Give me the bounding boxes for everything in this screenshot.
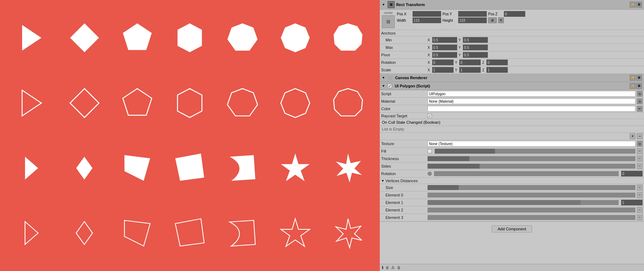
anchor-max-x-input[interactable] <box>432 45 457 50</box>
texture-label: Texture <box>381 142 428 146</box>
shape-cell <box>218 72 267 134</box>
height-label: Height <box>443 19 457 22</box>
ui-polygon-title: UI Polygon (Script) <box>395 84 430 88</box>
pivot-y-input[interactable] <box>463 52 488 58</box>
rotation-value-input[interactable] <box>621 171 643 177</box>
sides-slider[interactable] <box>428 164 635 169</box>
shape-cell <box>271 137 320 199</box>
svg-marker-15 <box>76 157 93 179</box>
ui-polygon-lock[interactable]: 🔒 <box>630 83 635 89</box>
list-add-btn[interactable]: + <box>630 133 635 139</box>
scale-x-label: X <box>428 68 430 72</box>
script-target-btn[interactable]: ◎ <box>637 91 643 97</box>
rect-transform-header: ▼ ⊞ Rect Transform 🔒 ⚙ <box>380 0 644 10</box>
shape-cell <box>113 72 162 134</box>
size-slider[interactable] <box>428 185 635 190</box>
anchor-max-y-input[interactable] <box>463 45 488 50</box>
element-0-minus[interactable]: − <box>637 192 643 198</box>
list-controls-row: + − <box>380 133 644 140</box>
element-1-input[interactable] <box>621 200 643 205</box>
fill-checkbox[interactable] <box>428 149 432 153</box>
svg-marker-4 <box>228 24 258 51</box>
ui-polygon-checkbox[interactable] <box>388 84 392 88</box>
canvas-renderer-lock[interactable]: 🔒 <box>630 75 635 81</box>
shape-cell <box>60 72 109 134</box>
canvas-renderer-gear[interactable]: ⚙ <box>636 75 642 81</box>
rot-z-input[interactable] <box>486 60 508 65</box>
color-eyedropper[interactable]: ✏ <box>637 106 643 112</box>
add-component-button[interactable]: Add Component <box>492 225 532 232</box>
ui-polygon-gear[interactable]: ⚙ <box>636 83 642 89</box>
shape-cell <box>323 72 373 134</box>
anchor-min-x-label: X <box>428 38 430 42</box>
material-target-btn[interactable]: ◎ <box>637 98 643 104</box>
anchor-graphic[interactable] <box>382 15 395 28</box>
element-3-slider[interactable] <box>428 215 635 220</box>
color-swatch[interactable] <box>428 106 635 112</box>
element-0-slider[interactable] <box>428 193 635 198</box>
shape-cell <box>60 203 109 264</box>
center-label: center <box>384 11 393 15</box>
pos-z-input[interactable] <box>504 11 525 17</box>
fill-label: Fill <box>381 149 428 153</box>
polygon-rotation-row: Rotation <box>380 170 644 178</box>
sides-row: Sides − <box>380 163 644 170</box>
pivot-x-input[interactable] <box>432 52 457 58</box>
texture-row: Texture ◎ <box>380 140 644 148</box>
shape-cell <box>323 203 373 264</box>
shape-cell <box>165 7 215 69</box>
pos-x-input[interactable] <box>413 11 441 17</box>
element-3-minus[interactable]: − <box>637 215 643 220</box>
constrain-btn[interactable]: ⊞ <box>488 17 497 23</box>
rotation-circle-icon <box>428 172 432 176</box>
height-input[interactable] <box>458 17 487 23</box>
raycast-checkbox[interactable] <box>428 114 432 118</box>
scale-y-input[interactable] <box>459 67 481 73</box>
pivot-row: Pivot X Y <box>380 51 644 59</box>
list-remove-btn[interactable]: − <box>637 133 643 139</box>
ui-polygon-arrow[interactable]: ▼ <box>382 84 385 88</box>
anchor-min-x-input[interactable] <box>432 37 457 43</box>
element-1-row: Element 1 <box>380 199 644 206</box>
shape-cell <box>271 7 320 69</box>
anchors-row: Anchors <box>380 30 644 36</box>
element-1-slider[interactable] <box>428 200 619 205</box>
collapse-arrow[interactable]: ▼ <box>382 3 385 6</box>
scale-x-input[interactable] <box>432 67 454 73</box>
color-label: Color <box>381 107 428 111</box>
sides-minus[interactable]: − <box>637 163 643 169</box>
reset-btn[interactable]: R <box>498 17 504 23</box>
lock-btn[interactable]: 🔒 <box>630 2 635 7</box>
canvas-renderer-icon <box>388 75 393 80</box>
fill-slider[interactable] <box>435 149 635 154</box>
material-input[interactable] <box>428 98 635 104</box>
width-input[interactable] <box>413 17 441 23</box>
shape-cell <box>113 203 162 264</box>
canvas-renderer-arrow[interactable]: ▼ <box>382 76 385 80</box>
scale-z-input[interactable] <box>486 67 508 73</box>
rotation-slider[interactable] <box>434 171 619 176</box>
canvas-area <box>0 0 380 271</box>
texture-input[interactable] <box>428 141 635 147</box>
material-label: Material <box>381 99 428 103</box>
element-2-slider[interactable] <box>428 208 635 213</box>
canvas-renderer-header: ▼ Canvas Renderer 🔒 ⚙ <box>380 74 644 82</box>
rot-x-input[interactable] <box>432 60 454 65</box>
element-2-minus[interactable]: − <box>637 207 643 213</box>
svg-marker-10 <box>178 88 202 117</box>
shape-cell <box>218 7 267 69</box>
anchor-min-y-input[interactable] <box>463 37 488 43</box>
script-input[interactable] <box>428 91 635 97</box>
fill-minus[interactable]: − <box>637 148 643 154</box>
gear-btn[interactable]: ⚙ <box>636 2 642 7</box>
ui-polygon-header: ▼ UI Polygon (Script) 🔒 ⚙ <box>380 82 644 90</box>
pos-y-input[interactable] <box>458 11 487 17</box>
vertices-arrow[interactable]: ▼ <box>381 179 384 183</box>
rot-y-input[interactable] <box>459 60 481 65</box>
thickness-slider[interactable] <box>428 156 635 161</box>
texture-target-btn[interactable]: ◎ <box>637 141 643 147</box>
list-empty-label: List is Empty <box>382 127 404 131</box>
thickness-minus[interactable]: − <box>637 156 643 162</box>
size-minus[interactable]: − <box>637 185 643 190</box>
svg-marker-12 <box>281 88 310 117</box>
